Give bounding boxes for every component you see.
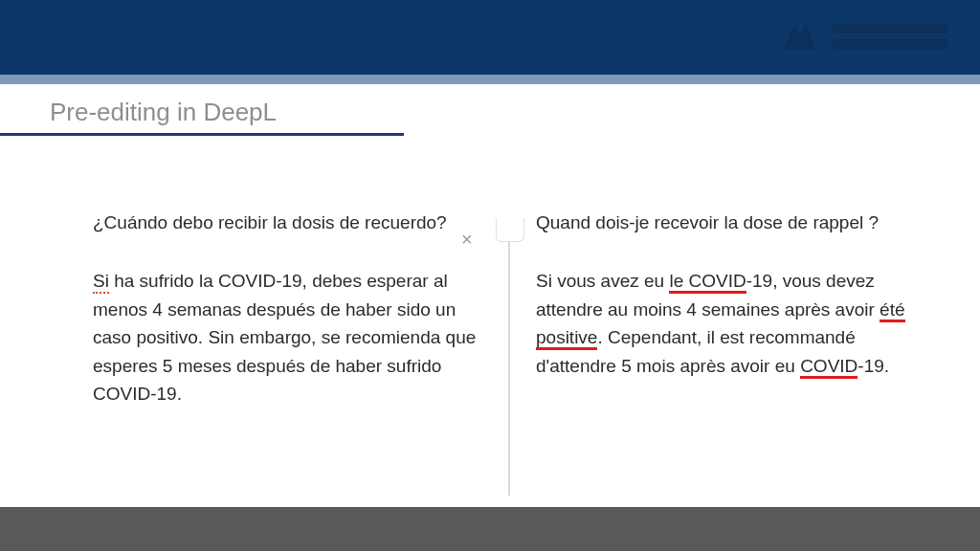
source-body: Si ha sufrido la COVID-19, debes esperar… <box>93 267 485 408</box>
source-question: ¿Cuándo debo recibir la dosis de recuerd… <box>93 209 485 236</box>
target-text-pane[interactable]: Quand dois-je recevoir la dose de rappel… <box>536 209 928 380</box>
footer-band <box>0 507 980 551</box>
annotation-underline: COVID <box>800 356 858 379</box>
header-accent-band <box>0 75 980 84</box>
pane-divider <box>492 218 526 496</box>
spellcheck-underline: Si <box>93 271 109 294</box>
header-logo-ghost <box>777 17 947 55</box>
target-question: Quand dois-je recevoir la dose de rappel… <box>536 209 928 236</box>
annotation-underline: le COVID <box>669 271 746 294</box>
source-text-pane[interactable]: ¿Cuándo debo recibir la dosis de recuerd… <box>93 209 485 408</box>
swap-languages-handle[interactable] <box>496 218 524 242</box>
slide-title: Pre-editing in DeepL <box>50 98 980 127</box>
title-underline <box>0 133 404 136</box>
header-band <box>0 0 980 75</box>
clear-source-icon[interactable]: × <box>461 230 473 249</box>
target-body: Si vous avez eu le COVID-19, vous devez … <box>536 267 928 380</box>
